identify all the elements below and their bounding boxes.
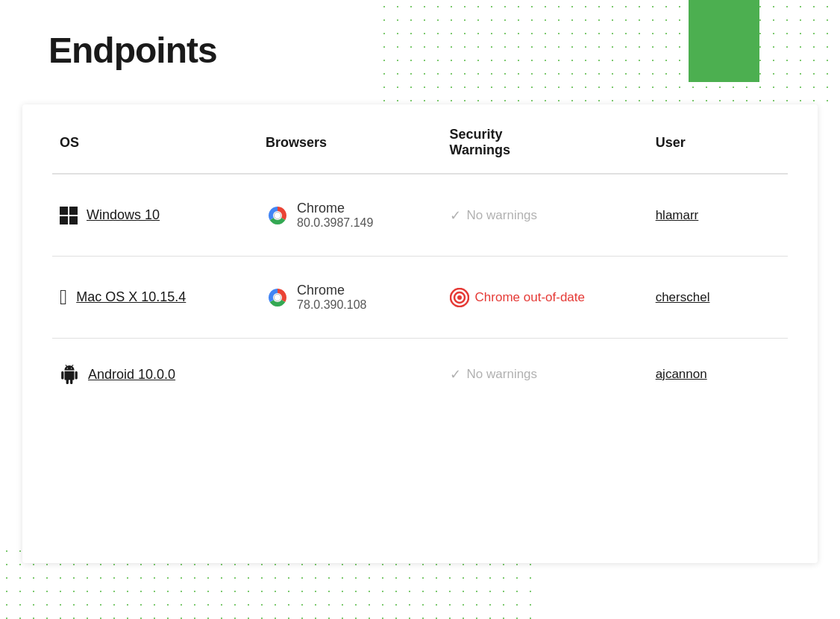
windows-icon [60,207,78,224]
green-accent-block [689,0,759,82]
no-warnings-label: No warnings [467,367,538,382]
os-link[interactable]: Android 10.0.0 [88,367,175,383]
svg-point-10 [457,295,462,300]
table-row: Android 10.0.0 ✓ No warnings ajcannon [52,339,788,411]
page-title: Endpoints [48,30,217,71]
os-cell:  Mac OS X 10.15.4 [60,287,251,308]
warning-icon [450,288,469,307]
warning-cell: Chrome out-of-date [450,288,641,307]
svg-point-7 [275,295,280,301]
android-icon [60,365,79,384]
no-warnings-cell: ✓ No warnings [450,366,641,383]
user-link[interactable]: cherschel [656,290,710,304]
warning-label: Chrome out-of-date [475,290,585,305]
check-icon: ✓ [450,366,461,383]
col-header-user: User [648,104,788,174]
browser-name: Chrome [297,201,373,216]
chrome-icon [266,286,289,310]
browser-version: 80.0.3987.149 [297,216,373,230]
col-header-os: OS [52,104,258,174]
os-link[interactable]: Windows 10 [87,207,160,223]
os-cell: Windows 10 [60,207,251,224]
table-row:  Mac OS X 10.15.4 Chrome 78.0.390.108 C… [52,257,788,339]
no-warnings-cell: ✓ No warnings [450,207,641,224]
col-header-browsers: Browsers [258,104,442,174]
browser-info: Chrome 80.0.3987.149 [297,201,373,230]
user-link[interactable]: hlamarr [656,208,699,222]
browser-version: 78.0.390.108 [297,298,366,312]
browser-info: Chrome 78.0.390.108 [297,283,366,312]
dot-pattern-top [377,0,840,108]
browser-cell: Chrome 78.0.390.108 [266,283,435,312]
os-link[interactable]: Mac OS X 10.15.4 [76,289,186,305]
browser-cell: Chrome 80.0.3987.149 [266,201,435,230]
os-cell: Android 10.0.0 [60,365,251,384]
no-warnings-label: No warnings [467,208,538,223]
chrome-icon [266,204,289,227]
table-row: Windows 10 Chrome 80.0.3987.149 ✓ No war… [52,174,788,257]
endpoints-table: OS Browsers SecurityWarnings User Window… [52,104,788,410]
endpoints-card: OS Browsers SecurityWarnings User Window… [22,104,818,563]
browser-name: Chrome [297,283,366,298]
col-header-security: SecurityWarnings [442,104,648,174]
apple-icon:  [60,287,67,308]
user-link[interactable]: ajcannon [656,367,707,381]
check-icon: ✓ [450,207,461,224]
svg-point-3 [275,213,280,219]
